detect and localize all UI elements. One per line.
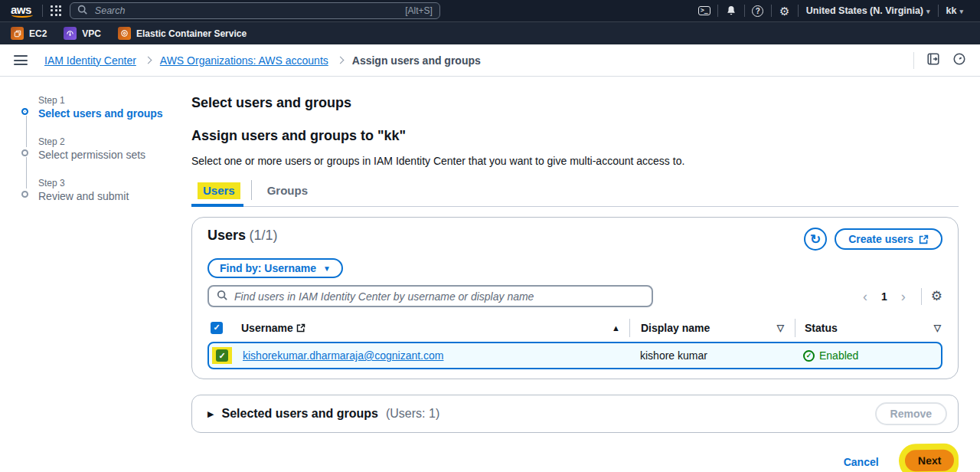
users-panel: Users (1/1) ↻ Create users Find by: User… bbox=[191, 217, 959, 379]
aws-logo[interactable]: aws bbox=[9, 3, 34, 18]
table-row[interactable]: ✓ kishorekumar.dharmaraja@cognizant.com … bbox=[207, 342, 942, 369]
breadcrumb-aws-accounts[interactable]: AWS Organizations: AWS accounts bbox=[160, 54, 328, 67]
top-navigation-bar: aws [Alt+S] >_ ? ⚙ United States (N. Vir… bbox=[0, 0, 980, 21]
help-icon[interactable]: ? bbox=[745, 2, 771, 20]
step-label: Select users and groups bbox=[38, 107, 191, 120]
wizard-steps-sidebar: Step 1 Select users and groups Step 2 Se… bbox=[0, 95, 191, 472]
users-groups-tabs: Users Groups bbox=[191, 180, 959, 207]
wizard-step-3[interactable]: Step 3 Review and submit bbox=[21, 178, 191, 202]
column-header-status[interactable]: Status ▽ bbox=[795, 322, 942, 334]
wizard-step-1[interactable]: Step 1 Select users and groups bbox=[21, 95, 191, 120]
favorites-bar: EC2 VPC Elastic Container Service bbox=[0, 21, 980, 44]
region-selector[interactable]: United States (N. Virginia)▾ bbox=[799, 5, 938, 16]
breadcrumb-iam-identity-center[interactable]: IAM Identity Center bbox=[44, 54, 136, 67]
next-page-icon[interactable]: › bbox=[895, 290, 912, 303]
users-panel-title: Users (1/1) bbox=[207, 228, 278, 244]
step-label: Review and submit bbox=[38, 190, 191, 202]
step-radio-icon bbox=[21, 149, 28, 156]
chevron-right-icon bbox=[144, 57, 152, 64]
external-link-icon bbox=[296, 323, 305, 333]
cancel-button[interactable]: Cancel bbox=[844, 456, 879, 468]
divider bbox=[251, 180, 252, 200]
wizard-step-2[interactable]: Step 2 Select permission sets bbox=[21, 136, 191, 161]
next-button[interactable]: Next bbox=[904, 449, 954, 471]
ecs-icon bbox=[118, 27, 131, 40]
highlight-annotation: Users bbox=[198, 182, 240, 199]
highlight-annotation: Next bbox=[898, 443, 959, 472]
step-number: Step 2 bbox=[38, 136, 191, 147]
check-circle-icon: ✓ bbox=[803, 350, 815, 362]
section-description: Select one or more users or groups in IA… bbox=[191, 155, 959, 167]
users-count: (1/1) bbox=[250, 228, 278, 243]
ec2-icon bbox=[11, 27, 24, 40]
dropdown-arrow-icon: ▼ bbox=[323, 264, 331, 273]
row-checkbox[interactable]: ✓ bbox=[216, 349, 228, 362]
settings-gear-icon[interactable]: ⚙ bbox=[772, 2, 798, 20]
step-number: Step 1 bbox=[38, 95, 191, 106]
user-search-input[interactable] bbox=[233, 290, 644, 303]
tab-users[interactable]: Users bbox=[191, 181, 247, 206]
divider bbox=[913, 52, 914, 69]
find-by-dropdown[interactable]: Find by: Username ▼ bbox=[207, 258, 343, 278]
previous-page-icon[interactable]: ‹ bbox=[857, 290, 874, 303]
step-number: Step 3 bbox=[38, 178, 191, 188]
wizard-footer: Cancel Next bbox=[191, 444, 959, 472]
chevron-right-icon bbox=[336, 57, 344, 64]
column-header-display-name[interactable]: Display name ▽ bbox=[630, 322, 795, 334]
page-number[interactable]: 1 bbox=[877, 290, 892, 303]
divider bbox=[42, 5, 43, 17]
sort-filter-icon[interactable]: ▽ bbox=[777, 323, 784, 333]
hamburger-menu-icon[interactable] bbox=[14, 55, 28, 65]
favorite-ec2[interactable]: EC2 bbox=[11, 27, 47, 40]
divider bbox=[921, 288, 922, 305]
sort-ascending-icon[interactable]: ▲ bbox=[612, 323, 629, 333]
cloudshell-icon[interactable]: >_ bbox=[691, 2, 717, 20]
favorite-ecs[interactable]: Elastic Container Service bbox=[118, 27, 247, 40]
global-search[interactable]: [Alt+S] bbox=[70, 2, 440, 19]
step-radio-icon bbox=[21, 108, 28, 115]
selected-users-panel: ▶ Selected users and groups (Users: 1) R… bbox=[191, 395, 959, 433]
pagination: ‹ 1 › ⚙ bbox=[857, 288, 942, 305]
notifications-bell-icon[interactable] bbox=[718, 2, 744, 20]
section-title: Assign users and groups to "kk" bbox=[191, 128, 959, 144]
page-content: Step 1 Select users and groups Step 2 Se… bbox=[0, 77, 980, 472]
expand-triangle-icon: ▶ bbox=[207, 409, 214, 419]
remove-button[interactable]: Remove bbox=[875, 402, 947, 425]
account-menu[interactable]: kk▾ bbox=[939, 5, 971, 16]
search-icon bbox=[77, 4, 87, 18]
column-header-username[interactable]: Username ▲ bbox=[241, 322, 629, 334]
table-header: ✓ Username ▲ Display name ▽ Status bbox=[207, 317, 942, 338]
display-name-value: kishore kumar bbox=[640, 349, 707, 362]
chevron-down-icon: ▾ bbox=[959, 8, 963, 15]
create-users-button[interactable]: Create users bbox=[835, 228, 942, 250]
refresh-button[interactable]: ↻ bbox=[804, 228, 827, 251]
breadcrumb: IAM Identity Center AWS Organizations: A… bbox=[44, 54, 481, 67]
search-shortcut-hint: [Alt+S] bbox=[405, 5, 433, 16]
user-search-box[interactable] bbox=[207, 285, 653, 307]
status-badge: ✓ Enabled bbox=[803, 349, 858, 362]
external-link-icon bbox=[919, 234, 929, 244]
vpc-icon bbox=[64, 27, 77, 40]
global-search-input[interactable] bbox=[93, 5, 399, 17]
highlight-annotation: ✓ bbox=[212, 347, 232, 364]
selected-users-expander[interactable]: ▶ Selected users and groups (Users: 1) bbox=[207, 407, 439, 421]
step-radio-icon bbox=[21, 191, 28, 198]
tab-groups[interactable]: Groups bbox=[261, 181, 314, 206]
chevron-down-icon: ▾ bbox=[926, 8, 930, 15]
sort-filter-icon[interactable]: ▽ bbox=[934, 323, 941, 333]
breadcrumb-bar: IAM Identity Center AWS Organizations: A… bbox=[0, 44, 980, 77]
step-label: Select permission sets bbox=[38, 149, 191, 161]
selected-users-count: (Users: 1) bbox=[386, 407, 439, 421]
select-all-checkbox[interactable]: ✓ bbox=[211, 322, 223, 334]
info-panel-icon[interactable] bbox=[926, 52, 940, 69]
breadcrumb-current: Assign users and groups bbox=[352, 54, 481, 67]
favorite-vpc[interactable]: VPC bbox=[64, 27, 101, 40]
services-grid-icon[interactable] bbox=[51, 5, 62, 17]
timer-icon[interactable] bbox=[952, 52, 966, 69]
username-link[interactable]: kishorekumar.dharmaraja@cognizant.com bbox=[243, 349, 443, 362]
refresh-icon: ↻ bbox=[810, 233, 821, 246]
search-icon bbox=[217, 290, 227, 303]
table-preferences-gear-icon[interactable]: ⚙ bbox=[931, 290, 942, 303]
main-column: Select users and groups Assign users and… bbox=[191, 95, 980, 472]
page-title: Select users and groups bbox=[191, 95, 959, 111]
